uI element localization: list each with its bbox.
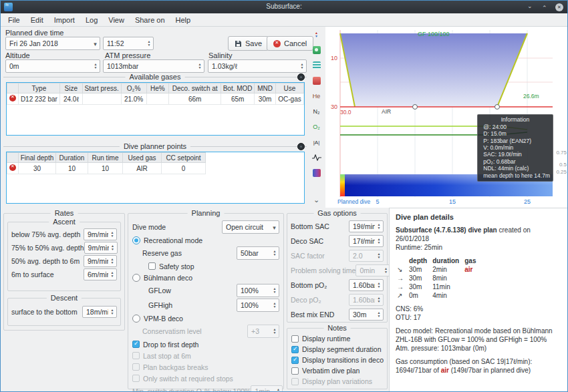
cell-final-depth[interactable]: 30	[19, 163, 56, 174]
depth-tick-30: 30	[331, 104, 337, 110]
display-transitions-checkbox[interactable]	[291, 357, 299, 364]
helium-graph-icon[interactable]: He	[310, 89, 323, 103]
menu-share-on[interactable]: Share on	[130, 15, 170, 25]
menu-edit[interactable]: Edit	[25, 15, 49, 25]
cell-o2[interactable]: 21.0%	[121, 93, 146, 105]
dive-plan-details-title: Dive plan details	[396, 212, 562, 222]
best-mix-end-spinbox[interactable]: 30m	[349, 309, 384, 321]
dive-date-select[interactable]: Fri 26 Jan 2018	[5, 37, 100, 50]
cell-type[interactable]: D12 232 bar	[18, 93, 59, 105]
delete-point-cell[interactable]	[7, 163, 19, 174]
vpmb-deco-radio[interactable]	[132, 315, 140, 323]
cell-mnd[interactable]: 30m	[255, 93, 276, 105]
safety-stop-checkbox[interactable]	[148, 262, 156, 270]
gf-label: GF 100/100	[418, 31, 450, 37]
bottom-po2-spinbox[interactable]: 1.60bar	[349, 279, 384, 291]
mod-icon[interactable]: |A|	[310, 136, 323, 149]
max-depth-label: 30.0	[340, 109, 351, 116]
cell-size[interactable]: 24.0ℓ	[59, 93, 82, 105]
add-waypoint-button[interactable]	[297, 143, 305, 150]
add-cylinder-button[interactable]	[297, 73, 305, 81]
planned-dive-time-label: Planned dive time	[5, 29, 63, 37]
menu-log[interactable]: Log	[80, 15, 103, 25]
cell-cc-setpoint[interactable]: 0	[162, 163, 206, 174]
time-tick-25: 25	[524, 198, 531, 205]
deco-sac-spinbox[interactable]: 17ℓ/min	[349, 235, 384, 247]
gflow-spinbox[interactable]: 100%	[237, 284, 279, 297]
save-disk-icon	[235, 40, 242, 47]
gases-table: Type Size Start press. O₂% He% Deco. swi…	[6, 82, 305, 136]
minimize-icon[interactable]	[526, 3, 534, 11]
bottom-po2-label: Bottom pO₂	[291, 281, 327, 289]
delete-gas-cell[interactable]	[7, 93, 19, 105]
cell-start-press[interactable]	[82, 93, 121, 105]
verbatim-dive-plan-checkbox[interactable]	[291, 367, 299, 375]
cancel-x-icon	[273, 40, 281, 47]
oxygen-graph-icon[interactable]: O₂	[310, 120, 323, 134]
ceiling-icon[interactable]	[310, 74, 323, 87]
gfhigh-spinbox[interactable]: 100%	[237, 299, 279, 312]
tissues-icon[interactable]	[310, 166, 323, 180]
col-mnd: MND	[255, 83, 276, 93]
spin-arrows-icon[interactable]	[196, 60, 204, 72]
atm-pressure-spinbox[interactable]: 1013mbar	[103, 59, 204, 73]
display-runtime-checkbox[interactable]	[291, 335, 299, 343]
save-button[interactable]: Save	[228, 36, 269, 51]
titlebar[interactable]: Subsurface:	[1, 1, 567, 13]
menu-import[interactable]: Import	[49, 15, 80, 25]
cell-use[interactable]: OC-gas	[276, 93, 304, 105]
ascent-surface-spinbox[interactable]: 6m/min	[84, 268, 117, 280]
dive-plan-details-panel: Dive plan details Subsurface (4.7.6.138)…	[389, 208, 568, 392]
cell-deco-switch[interactable]: 66m	[169, 93, 221, 105]
descent-rate-spinbox[interactable]: 18m/min	[82, 306, 117, 318]
altitude-value: 0m	[6, 62, 92, 70]
dive-mode-select[interactable]: Open circuit	[222, 220, 279, 234]
spin-arrows-icon[interactable]	[92, 60, 100, 72]
recreational-mode-radio[interactable]	[132, 236, 140, 244]
nitrogen-graph-icon[interactable]: N₂	[310, 105, 323, 118]
col-type: Type	[18, 83, 59, 93]
menubar: File Edit Import Log View Share on Help	[1, 13, 567, 27]
dive-profile-chart[interactable]: GF 100/100 10 30 30.0 AIR 26.6m 0.75 0.5…	[325, 27, 568, 208]
heart-rate-icon[interactable]	[310, 151, 323, 164]
cell-he[interactable]	[146, 93, 169, 105]
cell-bot-mod[interactable]: 65m	[221, 93, 255, 105]
tank-pressure-icon[interactable]	[310, 59, 323, 72]
cell-duration[interactable]: 10	[56, 163, 88, 174]
ascent-50-spinbox[interactable]: 9m/min	[84, 242, 118, 254]
col-size: Size	[59, 83, 82, 93]
spin-arrows-icon[interactable]	[145, 37, 153, 49]
buhlmann-deco-radio[interactable]	[132, 274, 140, 282]
ascent-50-label: 75% to 50% avg. depth	[11, 244, 84, 252]
display-segment-duration-checkbox[interactable]	[291, 346, 299, 353]
dive-time-spinbox[interactable]: 11:52	[103, 37, 154, 50]
profile-scale-icon[interactable]: ▲▼	[310, 28, 323, 41]
drop-to-first-depth-checkbox[interactable]	[132, 341, 140, 348]
cell-used-gas[interactable]: AIR	[123, 163, 162, 174]
salinity-spinbox[interactable]: 1.03kg/ℓ	[208, 59, 307, 73]
reserve-gas-spinbox[interactable]: 50bar	[237, 246, 279, 260]
plan-segment-row: ↗0m 4min	[397, 291, 481, 300]
toolbar-more-chevron-icon[interactable]	[310, 198, 323, 206]
info-line: P: 183bar (EAN27)	[483, 138, 550, 144]
close-icon[interactable]	[555, 3, 563, 11]
ascent-6m-spinbox[interactable]: 9m/min	[84, 255, 117, 267]
waypoint-handle[interactable]	[413, 105, 418, 110]
menu-view[interactable]: View	[103, 15, 130, 25]
altitude-spinbox[interactable]: 0m	[5, 59, 100, 73]
ascent-75-spinbox[interactable]: 9m/min	[84, 228, 117, 240]
display-runtime-label: Display runtime	[302, 335, 350, 343]
cell-run-time[interactable]: 10	[88, 163, 123, 174]
cancel-button[interactable]: Cancel	[267, 36, 313, 51]
photos-icon[interactable]	[310, 43, 323, 57]
bottom-sac-spinbox[interactable]: 19ℓ/min	[349, 220, 384, 232]
spin-arrows-icon[interactable]	[298, 60, 306, 72]
delete-row-icon[interactable]	[9, 164, 16, 171]
delete-row-icon[interactable]	[9, 95, 16, 102]
menu-file[interactable]: File	[3, 15, 25, 25]
gas-row: D12 232 bar 24.0ℓ 21.0% 66m 65m 30m OC-g…	[7, 93, 304, 105]
col-run-time: Run time	[88, 153, 123, 163]
waypoint-handle[interactable]	[495, 105, 500, 110]
menu-help[interactable]: Help	[170, 15, 196, 25]
maximize-icon[interactable]	[541, 3, 549, 11]
